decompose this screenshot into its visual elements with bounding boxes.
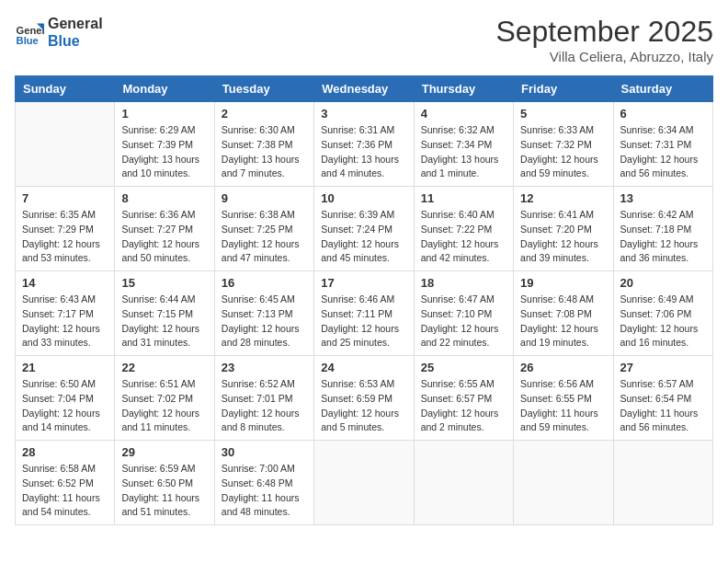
header-friday: Friday: [514, 76, 613, 102]
header-thursday: Thursday: [414, 76, 513, 102]
logo-icon: General Blue: [15, 17, 44, 47]
day-number: 2: [222, 107, 307, 121]
calendar-cell: 22Sunrise: 6:51 AMSunset: 7:02 PMDayligh…: [115, 356, 214, 441]
day-info: Sunrise: 6:30 AMSunset: 7:38 PMDaylight:…: [222, 123, 307, 181]
day-number: 30: [222, 445, 307, 459]
day-info: Sunrise: 6:51 AMSunset: 7:02 PMDaylight:…: [121, 377, 207, 435]
day-number: 21: [22, 361, 108, 374]
calendar-cell: 17Sunrise: 6:46 AMSunset: 7:11 PMDayligh…: [314, 271, 414, 356]
day-number: 18: [421, 276, 506, 290]
calendar-cell: 28Sunrise: 6:58 AMSunset: 6:52 PMDayligh…: [16, 441, 115, 525]
day-number: 6: [620, 107, 706, 121]
location-subtitle: Villa Celiera, Abruzzo, Italy: [495, 49, 713, 64]
week-row-5: 28Sunrise: 6:58 AMSunset: 6:52 PMDayligh…: [16, 441, 713, 525]
day-info: Sunrise: 6:45 AMSunset: 7:13 PMDaylight:…: [222, 293, 307, 350]
header-tuesday: Tuesday: [214, 76, 313, 102]
day-number: 15: [121, 276, 207, 290]
day-number: 10: [321, 191, 406, 205]
logo-line1: General: [48, 15, 103, 32]
day-number: 17: [321, 276, 406, 290]
calendar-cell: 4Sunrise: 6:32 AMSunset: 7:34 PMDaylight…: [414, 102, 513, 187]
calendar-cell: 3Sunrise: 6:31 AMSunset: 7:36 PMDaylight…: [314, 102, 414, 187]
day-number: 28: [22, 445, 108, 459]
day-number: 24: [321, 361, 406, 374]
calendar-cell: 24Sunrise: 6:53 AMSunset: 6:59 PMDayligh…: [314, 356, 414, 441]
day-info: Sunrise: 6:34 AMSunset: 7:31 PMDaylight:…: [620, 123, 706, 181]
week-row-3: 14Sunrise: 6:43 AMSunset: 7:17 PMDayligh…: [16, 271, 713, 356]
title-block: September 2025 Villa Celiera, Abruzzo, I…: [495, 15, 713, 64]
day-info: Sunrise: 6:33 AMSunset: 7:32 PMDaylight:…: [520, 123, 606, 181]
calendar-cell: 27Sunrise: 6:57 AMSunset: 6:54 PMDayligh…: [613, 356, 712, 441]
day-number: 3: [321, 107, 406, 121]
day-info: Sunrise: 7:00 AMSunset: 6:48 PMDaylight:…: [222, 462, 307, 520]
calendar-cell: 6Sunrise: 6:34 AMSunset: 7:31 PMDaylight…: [613, 102, 712, 187]
day-info: Sunrise: 6:47 AMSunset: 7:10 PMDaylight:…: [421, 293, 506, 350]
day-info: Sunrise: 6:42 AMSunset: 7:18 PMDaylight:…: [620, 208, 706, 266]
calendar-cell: 13Sunrise: 6:42 AMSunset: 7:18 PMDayligh…: [613, 187, 712, 271]
day-number: 9: [222, 191, 307, 205]
calendar-cell: 16Sunrise: 6:45 AMSunset: 7:13 PMDayligh…: [214, 271, 313, 356]
calendar-cell: 15Sunrise: 6:44 AMSunset: 7:15 PMDayligh…: [115, 271, 214, 356]
day-number: 20: [620, 276, 706, 290]
calendar-cell: 26Sunrise: 6:56 AMSunset: 6:55 PMDayligh…: [514, 356, 613, 441]
calendar-cell: 5Sunrise: 6:33 AMSunset: 7:32 PMDaylight…: [514, 102, 613, 187]
day-info: Sunrise: 6:31 AMSunset: 7:36 PMDaylight:…: [321, 123, 406, 181]
day-info: Sunrise: 6:56 AMSunset: 6:55 PMDaylight:…: [520, 377, 606, 435]
day-number: 8: [121, 191, 207, 205]
svg-text:Blue: Blue: [17, 35, 39, 46]
day-number: 4: [421, 107, 506, 121]
calendar-cell: 12Sunrise: 6:41 AMSunset: 7:20 PMDayligh…: [514, 187, 613, 271]
day-info: Sunrise: 6:43 AMSunset: 7:17 PMDaylight:…: [22, 293, 108, 350]
day-info: Sunrise: 6:52 AMSunset: 7:01 PMDaylight:…: [222, 377, 307, 435]
calendar-cell: [16, 102, 115, 187]
calendar-table: SundayMondayTuesdayWednesdayThursdayFrid…: [15, 75, 713, 525]
day-info: Sunrise: 6:44 AMSunset: 7:15 PMDaylight:…: [121, 293, 207, 350]
calendar-cell: 10Sunrise: 6:39 AMSunset: 7:24 PMDayligh…: [314, 187, 414, 271]
calendar-cell: 14Sunrise: 6:43 AMSunset: 7:17 PMDayligh…: [16, 271, 115, 356]
day-info: Sunrise: 6:58 AMSunset: 6:52 PMDaylight:…: [22, 462, 108, 520]
calendar-cell: 9Sunrise: 6:38 AMSunset: 7:25 PMDaylight…: [214, 187, 313, 271]
day-number: 22: [121, 361, 207, 374]
day-info: Sunrise: 6:35 AMSunset: 7:29 PMDaylight:…: [22, 208, 108, 266]
logo: General Blue General Blue: [15, 15, 103, 50]
calendar-cell: 23Sunrise: 6:52 AMSunset: 7:01 PMDayligh…: [214, 356, 313, 441]
day-number: 16: [222, 276, 307, 290]
day-number: 7: [22, 191, 108, 205]
day-info: Sunrise: 6:39 AMSunset: 7:24 PMDaylight:…: [321, 208, 406, 266]
day-info: Sunrise: 6:32 AMSunset: 7:34 PMDaylight:…: [421, 123, 506, 181]
day-info: Sunrise: 6:49 AMSunset: 7:06 PMDaylight:…: [620, 293, 706, 350]
calendar-cell: [314, 441, 414, 525]
calendar-cell: 29Sunrise: 6:59 AMSunset: 6:50 PMDayligh…: [115, 441, 214, 525]
day-number: 1: [121, 107, 207, 121]
day-info: Sunrise: 6:36 AMSunset: 7:27 PMDaylight:…: [121, 208, 207, 266]
day-number: 25: [421, 361, 506, 374]
month-title: September 2025: [495, 15, 713, 49]
day-info: Sunrise: 6:50 AMSunset: 7:04 PMDaylight:…: [22, 377, 108, 435]
week-row-4: 21Sunrise: 6:50 AMSunset: 7:04 PMDayligh…: [16, 356, 713, 441]
page-header: General Blue General Blue September 2025…: [15, 15, 713, 64]
calendar-cell: 25Sunrise: 6:55 AMSunset: 6:57 PMDayligh…: [414, 356, 513, 441]
day-number: 26: [520, 361, 606, 374]
day-number: 29: [121, 445, 207, 459]
calendar-cell: 1Sunrise: 6:29 AMSunset: 7:39 PMDaylight…: [115, 102, 214, 187]
header-wednesday: Wednesday: [314, 76, 414, 102]
day-info: Sunrise: 6:57 AMSunset: 6:54 PMDaylight:…: [620, 377, 706, 435]
logo-line2: Blue: [48, 32, 103, 50]
calendar-header-row: SundayMondayTuesdayWednesdayThursdayFrid…: [16, 76, 713, 102]
day-info: Sunrise: 6:59 AMSunset: 6:50 PMDaylight:…: [121, 462, 207, 520]
calendar-cell: 30Sunrise: 7:00 AMSunset: 6:48 PMDayligh…: [214, 441, 313, 525]
day-number: 27: [620, 361, 706, 374]
calendar-cell: [613, 441, 712, 525]
calendar-cell: [414, 441, 513, 525]
day-number: 19: [520, 276, 606, 290]
header-saturday: Saturday: [613, 76, 712, 102]
day-number: 12: [520, 191, 606, 205]
week-row-2: 7Sunrise: 6:35 AMSunset: 7:29 PMDaylight…: [16, 187, 713, 271]
day-info: Sunrise: 6:29 AMSunset: 7:39 PMDaylight:…: [121, 123, 207, 181]
day-number: 11: [421, 191, 506, 205]
day-number: 14: [22, 276, 108, 290]
day-info: Sunrise: 6:40 AMSunset: 7:22 PMDaylight:…: [421, 208, 506, 266]
day-number: 23: [222, 361, 307, 374]
calendar-cell: 18Sunrise: 6:47 AMSunset: 7:10 PMDayligh…: [414, 271, 513, 356]
calendar-cell: 21Sunrise: 6:50 AMSunset: 7:04 PMDayligh…: [16, 356, 115, 441]
